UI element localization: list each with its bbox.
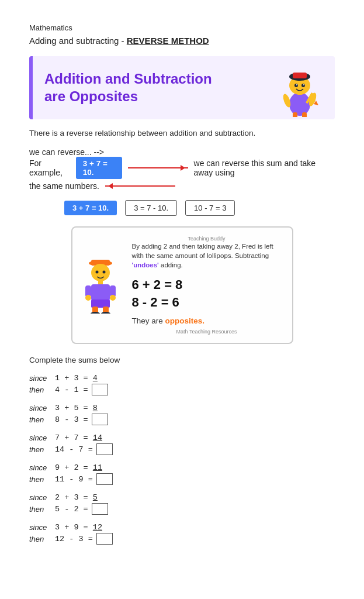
illustration-box: Teaching Buddy By adding 2 and then taki… bbox=[71, 226, 293, 344]
since-eq-3: 7 + 7 = 14 bbox=[55, 433, 102, 442]
since-row-2: since 3 + 5 = 8 bbox=[29, 404, 335, 412]
sum-pair-5: since 2 + 3 = 5 then 5 - 2 = bbox=[29, 493, 335, 515]
bottom-label: Math Teaching Resources bbox=[132, 329, 282, 335]
math-line2: 8 - 2 = 6 bbox=[132, 294, 282, 312]
svg-point-27 bbox=[110, 295, 116, 301]
answer-box-6[interactable] bbox=[96, 533, 113, 545]
svg-point-19 bbox=[91, 264, 110, 281]
arrow-left-icon bbox=[105, 185, 175, 187]
then-row-1: then 4 - 1 = bbox=[29, 384, 335, 395]
same-numbers-text: the same numbers. bbox=[29, 181, 99, 191]
arrow-right-icon bbox=[128, 167, 188, 168]
example-line1: For example, 3 + 7 = 10. we can reverse … bbox=[29, 157, 335, 179]
boy-character bbox=[83, 255, 124, 315]
since-row-6: since 3 + 9 = 12 bbox=[29, 523, 335, 532]
svg-rect-1 bbox=[293, 112, 297, 117]
sum-box-blue: 3 + 7 = 10. bbox=[76, 157, 122, 179]
then-eq-5: 5 - 2 = bbox=[55, 505, 88, 514]
sum-pair-4: since 9 + 2 = 11 then 11 - 9 = bbox=[29, 463, 335, 485]
svg-point-14 bbox=[303, 84, 304, 85]
opposites-word: opposites. bbox=[165, 316, 205, 325]
subject-label: Mathematics bbox=[29, 23, 335, 32]
teaching-label: Teaching Buddy bbox=[132, 236, 282, 242]
sum-pair-1: since 1 + 3 = 4 then 4 - 1 = bbox=[29, 374, 335, 395]
svg-point-13 bbox=[296, 84, 297, 85]
equations-row: 3 + 7 = 10. 3 = 7 - 10. 10 - 7 = 3 bbox=[64, 200, 335, 216]
since-row-5: since 2 + 3 = 5 bbox=[29, 493, 335, 502]
then-eq-3: 14 - 7 = bbox=[55, 445, 93, 454]
svg-rect-2 bbox=[302, 112, 307, 117]
since-row-1: since 1 + 3 = 4 bbox=[29, 374, 335, 383]
eq1-box: 3 + 7 = 10. bbox=[64, 201, 117, 215]
since-label-2: since bbox=[29, 404, 51, 412]
answer-box-4[interactable] bbox=[96, 473, 113, 485]
banner-section: Addition and Subtraction are Opposites bbox=[29, 56, 335, 119]
banner-text: Addition and Subtraction are Opposites bbox=[44, 70, 276, 105]
since-eq-4: 9 + 2 = 11 bbox=[55, 463, 102, 472]
since-eq-5: 2 + 3 = 5 bbox=[55, 493, 98, 502]
sum-pair-3: since 7 + 7 = 14 then 14 - 7 = bbox=[29, 433, 335, 455]
intro-text: There is a reverse relationship between … bbox=[29, 128, 335, 139]
example-line2: the same numbers. bbox=[29, 181, 335, 191]
svg-rect-28 bbox=[91, 300, 110, 308]
opposites-line: They are opposites. bbox=[132, 316, 282, 325]
svg-point-26 bbox=[85, 295, 91, 301]
since-eq-1: 1 + 3 = 4 bbox=[55, 374, 98, 383]
illus-description: By adding 2 and then taking away 2, Fred… bbox=[132, 242, 282, 270]
answer-box-2[interactable] bbox=[92, 414, 108, 425]
svg-point-12 bbox=[301, 84, 305, 87]
eq2-box: 3 = 7 - 10. bbox=[125, 200, 177, 216]
svg-rect-22 bbox=[98, 281, 103, 284]
answer-box-3[interactable] bbox=[96, 443, 113, 455]
then-eq-2: 8 - 3 = bbox=[55, 415, 88, 424]
svg-rect-10 bbox=[293, 73, 307, 78]
then-eq-6: 12 - 3 = bbox=[55, 535, 93, 543]
sum-pair-2: since 3 + 5 = 8 then 8 - 3 = bbox=[29, 404, 335, 425]
then-row-2: then 8 - 3 = bbox=[29, 414, 335, 425]
svg-point-11 bbox=[294, 84, 298, 87]
then-label-4: then bbox=[29, 475, 51, 484]
eq3-box: 10 - 7 = 3 bbox=[185, 200, 235, 216]
since-row-4: since 9 + 2 = 11 bbox=[29, 463, 335, 472]
then-label-6: then bbox=[29, 535, 51, 543]
since-label-4: since bbox=[29, 463, 51, 472]
since-label-3: since bbox=[29, 433, 51, 442]
then-row-3: then 14 - 7 = bbox=[29, 443, 335, 455]
page-title: Adding and subtracting - REVERSE METHOD bbox=[29, 36, 335, 46]
sum-pair-6: since 3 + 9 = 12 then 12 - 3 = bbox=[29, 523, 335, 545]
math-equations: 6 + 2 = 8 8 - 2 = 6 bbox=[132, 276, 282, 312]
then-eq-1: 4 - 1 = bbox=[55, 385, 88, 394]
then-eq-4: 11 - 9 = bbox=[55, 475, 93, 484]
svg-point-21 bbox=[102, 271, 105, 274]
for-example-label: For example, bbox=[29, 159, 70, 177]
example-area: we can reverse... --> For example, 3 + 7… bbox=[29, 147, 335, 191]
since-label-5: since bbox=[29, 493, 51, 502]
then-label-2: then bbox=[29, 415, 51, 424]
then-row-4: then 11 - 9 = bbox=[29, 473, 335, 485]
since-eq-2: 3 + 5 = 8 bbox=[55, 404, 98, 412]
answer-box-1[interactable] bbox=[92, 384, 108, 395]
undoes-word: 'undoes' bbox=[132, 261, 159, 268]
math-line1: 6 + 2 = 8 bbox=[132, 276, 282, 294]
since-label-6: since bbox=[29, 523, 51, 532]
since-label-1: since bbox=[29, 374, 51, 383]
complete-label: Complete the sums below bbox=[29, 356, 335, 364]
since-row-3: since 7 + 7 = 14 bbox=[29, 433, 335, 442]
illustration-content: Teaching Buddy By adding 2 and then taki… bbox=[132, 236, 282, 335]
svg-point-20 bbox=[95, 271, 98, 274]
svg-point-0 bbox=[289, 92, 310, 116]
sums-section: since 1 + 3 = 4 then 4 - 1 = since 3 + 5… bbox=[29, 374, 335, 545]
then-label-5: then bbox=[29, 505, 51, 514]
since-eq-6: 3 + 9 = 12 bbox=[55, 523, 102, 532]
svg-rect-23 bbox=[91, 284, 110, 301]
character-image bbox=[276, 64, 323, 111]
then-label-1: then bbox=[29, 385, 51, 394]
svg-point-32 bbox=[101, 312, 110, 314]
svg-point-31 bbox=[91, 312, 100, 314]
we-can-text: we can reverse this sum and take away us… bbox=[194, 159, 335, 177]
answer-box-5[interactable] bbox=[92, 503, 108, 515]
then-row-6: then 12 - 3 = bbox=[29, 533, 335, 545]
then-row-5: then 5 - 2 = bbox=[29, 503, 335, 515]
then-label-3: then bbox=[29, 445, 51, 454]
